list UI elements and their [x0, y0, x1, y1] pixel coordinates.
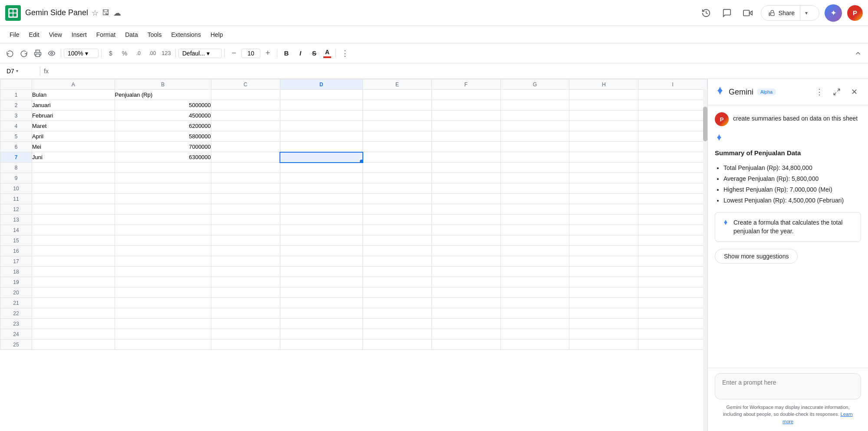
cell-b11[interactable]	[115, 194, 211, 204]
save-icon[interactable]: 🖫	[102, 8, 110, 17]
cell-e23[interactable]	[363, 319, 432, 329]
cell-d23[interactable]	[280, 319, 363, 329]
cell-a20[interactable]	[32, 287, 115, 298]
menu-insert[interactable]: Insert	[67, 29, 91, 40]
cell-b8[interactable]	[115, 163, 211, 173]
cell-b24[interactable]	[115, 329, 211, 340]
menu-extensions[interactable]: Extensions	[167, 29, 205, 40]
col-header-f[interactable]: F	[431, 79, 500, 90]
cell-i2[interactable]	[638, 100, 707, 111]
gemini-more-btn[interactable]: ⋮	[812, 85, 826, 99]
cell-h13[interactable]	[569, 215, 638, 225]
font-family-select[interactable]: Defaul... ▾	[178, 49, 222, 58]
col-header-c[interactable]: C	[211, 79, 280, 90]
cell-b4[interactable]: 6200000	[115, 121, 211, 131]
cell-g17[interactable]	[500, 256, 569, 267]
cell-f24[interactable]	[431, 329, 500, 340]
cell-i12[interactable]	[638, 204, 707, 215]
cell-a22[interactable]	[32, 308, 115, 319]
cell-d11[interactable]	[280, 194, 363, 204]
cell-a1[interactable]: Bulan	[32, 90, 115, 100]
row-header-3[interactable]: 3	[0, 111, 32, 121]
cell-b17[interactable]	[115, 256, 211, 267]
cell-h8[interactable]	[569, 163, 638, 173]
print-btn[interactable]	[31, 47, 44, 60]
row-header-22[interactable]: 22	[0, 308, 32, 319]
row-header-6[interactable]: 6	[0, 142, 32, 152]
cell-c25[interactable]	[211, 340, 280, 350]
cell-h25[interactable]	[569, 340, 638, 350]
cell-i21[interactable]	[638, 298, 707, 308]
cell-c10[interactable]	[211, 183, 280, 194]
cell-h9[interactable]	[569, 173, 638, 183]
cell-e13[interactable]	[363, 215, 432, 225]
menu-tools[interactable]: Tools	[143, 29, 166, 40]
cell-g20[interactable]	[500, 287, 569, 298]
cell-d18[interactable]	[280, 267, 363, 277]
cell-e3[interactable]	[363, 111, 432, 121]
cell-g10[interactable]	[500, 183, 569, 194]
cell-b9[interactable]	[115, 173, 211, 183]
menu-data[interactable]: Data	[121, 29, 142, 40]
paint-format-btn[interactable]	[45, 47, 58, 60]
cell-f10[interactable]	[431, 183, 500, 194]
cell-i19[interactable]	[638, 277, 707, 287]
cell-i20[interactable]	[638, 287, 707, 298]
cell-c5[interactable]	[211, 131, 280, 142]
cell-c12[interactable]	[211, 204, 280, 215]
menu-format[interactable]: Format	[92, 29, 120, 40]
cell-e1[interactable]	[363, 90, 432, 100]
cell-g22[interactable]	[500, 308, 569, 319]
cell-e17[interactable]	[363, 256, 432, 267]
cell-e15[interactable]	[363, 235, 432, 246]
cell-d15[interactable]	[280, 235, 363, 246]
cell-i10[interactable]	[638, 183, 707, 194]
row-header-18[interactable]: 18	[0, 267, 32, 277]
menu-view[interactable]: View	[45, 29, 66, 40]
row-header-15[interactable]: 15	[0, 235, 32, 246]
cell-f19[interactable]	[431, 277, 500, 287]
cell-h18[interactable]	[569, 267, 638, 277]
cell-g6[interactable]	[500, 142, 569, 152]
cell-c7[interactable]	[211, 152, 280, 163]
row-header-16[interactable]: 16	[0, 246, 32, 256]
cell-d7[interactable]	[280, 152, 363, 163]
strikethrough-btn[interactable]: S	[308, 47, 321, 60]
cell-f16[interactable]	[431, 246, 500, 256]
cell-b7[interactable]: 6300000	[115, 152, 211, 163]
app-icon[interactable]	[5, 5, 21, 21]
cell-a24[interactable]	[32, 329, 115, 340]
col-header-g[interactable]: G	[500, 79, 569, 90]
cell-h4[interactable]	[569, 121, 638, 131]
cell-c2[interactable]	[211, 100, 280, 111]
user-avatar[interactable]: P	[847, 5, 863, 21]
cell-i7[interactable]	[638, 152, 707, 163]
cell-a21[interactable]	[32, 298, 115, 308]
increase-decimal-btn[interactable]: .00	[146, 47, 159, 60]
cell-g8[interactable]	[500, 163, 569, 173]
cell-c23[interactable]	[211, 319, 280, 329]
cell-e25[interactable]	[363, 340, 432, 350]
share-dropdown-icon[interactable]: ▾	[800, 5, 812, 21]
collapse-toolbar-btn[interactable]	[852, 47, 865, 60]
cell-i13[interactable]	[638, 215, 707, 225]
cell-b1[interactable]: Penjualan (Rp)	[115, 90, 211, 100]
cell-a8[interactable]	[32, 163, 115, 173]
col-header-e[interactable]: E	[363, 79, 432, 90]
cell-h3[interactable]	[569, 111, 638, 121]
cell-b5[interactable]: 5800000	[115, 131, 211, 142]
row-header-17[interactable]: 17	[0, 256, 32, 267]
cell-f11[interactable]	[431, 194, 500, 204]
row-header-7[interactable]: 7	[0, 152, 32, 163]
cell-e21[interactable]	[363, 298, 432, 308]
cell-a23[interactable]	[32, 319, 115, 329]
cell-b25[interactable]	[115, 340, 211, 350]
cell-e6[interactable]	[363, 142, 432, 152]
row-header-2[interactable]: 2	[0, 100, 32, 111]
cell-i14[interactable]	[638, 225, 707, 235]
cell-i11[interactable]	[638, 194, 707, 204]
font-plus-btn[interactable]: +	[261, 47, 274, 60]
cell-h11[interactable]	[569, 194, 638, 204]
cell-g13[interactable]	[500, 215, 569, 225]
cell-c18[interactable]	[211, 267, 280, 277]
